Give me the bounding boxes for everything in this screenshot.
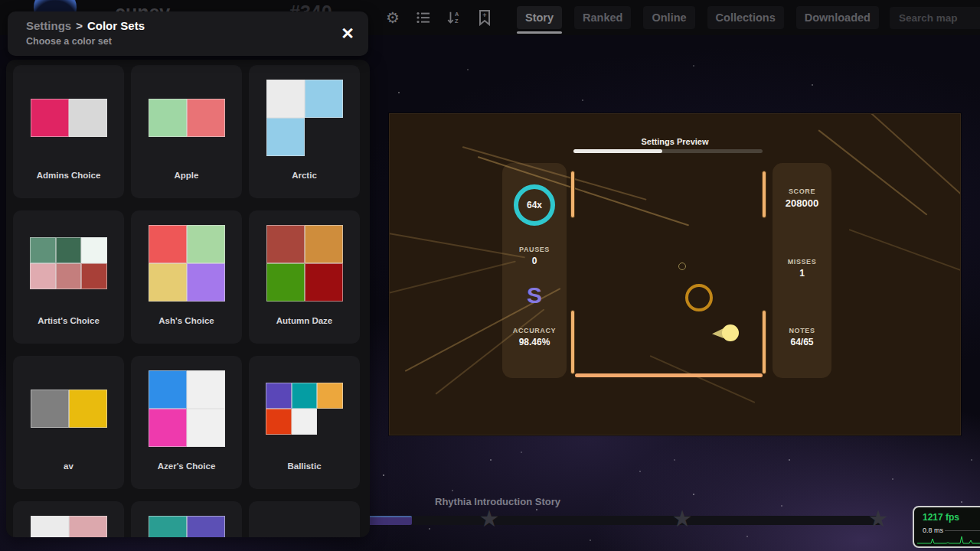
accuracy-value: 98.46%	[502, 337, 567, 347]
color-swatch	[305, 80, 343, 118]
note-ring	[685, 284, 713, 311]
swatch-empty	[305, 516, 343, 537]
sort-az-icon[interactable]: AZ	[446, 9, 462, 26]
speed-streak	[849, 229, 961, 282]
color-swatch	[187, 409, 225, 447]
preview-left-stats: 64x PAUSES 0 S ACCURACY 98.46%	[502, 163, 567, 378]
colorset-card[interactable]: Arctic	[249, 65, 360, 198]
fps-value: 1217 fps	[923, 512, 959, 523]
speed-streak	[389, 260, 516, 295]
colorset-card[interactable]: Artist's Choice	[13, 210, 124, 344]
dialog-subtitle: Choose a color set	[26, 36, 112, 47]
search-input[interactable]	[890, 7, 980, 29]
svg-text:Z: Z	[455, 18, 459, 24]
bookmark-icon[interactable]: +	[477, 9, 492, 26]
color-swatch	[69, 516, 107, 537]
settings-gear-icon[interactable]: ⚙	[385, 9, 400, 26]
colorset-card[interactable]	[13, 501, 124, 537]
tab-ranked[interactable]: Ranked	[574, 6, 631, 29]
health-bar-segment	[762, 310, 766, 374]
pauses-label: PAUSES	[502, 246, 567, 253]
color-swatch	[31, 390, 69, 428]
colorset-name: av	[13, 461, 124, 471]
color-swatch	[30, 263, 55, 289]
tab-downloaded[interactable]: Downloaded	[796, 6, 879, 29]
color-swatch	[149, 263, 187, 302]
map-list-icon[interactable]	[416, 9, 431, 26]
color-swatch	[187, 516, 225, 537]
preview-title: Settings Preview	[390, 137, 960, 146]
color-swatch	[187, 263, 225, 302]
misses-label: MISSES	[773, 258, 831, 266]
fps-graph	[917, 534, 980, 545]
colorset-card[interactable]: Apple	[131, 65, 242, 198]
preview-right-stats: SCORE 208000 MISSES 1 NOTES 64/65	[773, 163, 831, 378]
color-swatch	[31, 516, 69, 537]
dialog-header: Settings>Color Sets Choose a color set ✕	[8, 11, 368, 56]
color-swatch	[81, 237, 106, 263]
colorset-name: Ballistic	[249, 461, 360, 471]
color-swatch	[266, 263, 305, 302]
note-ring-small	[678, 262, 686, 270]
pauses-value: 0	[502, 256, 567, 266]
color-swatch	[187, 99, 225, 137]
color-swatch	[305, 225, 343, 263]
breadcrumb-current: Color Sets	[87, 19, 145, 32]
svg-text:+: +	[482, 11, 486, 19]
color-swatch	[266, 80, 305, 118]
colorset-name: Ash's Choice	[131, 316, 242, 325]
star-icon: ★	[865, 505, 891, 532]
color-swatch	[56, 263, 81, 289]
score-label: SCORE	[773, 187, 831, 195]
star-icon: ★	[669, 505, 695, 532]
notes-value: 64/65	[773, 337, 831, 347]
colorset-card[interactable]: Ash's Choice	[131, 210, 242, 344]
app-window: ⚙ AZ + StoryRankedOnlineCollectionsDownl…	[0, 0, 980, 551]
colorset-card[interactable]: Admins Choice	[13, 65, 124, 198]
svg-text:A: A	[455, 11, 459, 18]
tab-story[interactable]: Story	[517, 6, 562, 29]
color-swatch	[149, 516, 187, 537]
settings-preview-panel: Settings Preview 64x PAUSES 0 S ACCURACY…	[389, 113, 961, 435]
star-icon: ★	[476, 505, 502, 532]
color-swatch	[266, 409, 291, 435]
color-swatch	[187, 370, 225, 409]
color-swatch	[149, 225, 187, 263]
color-swatch	[266, 118, 305, 156]
misses-value: 1	[773, 268, 831, 279]
color-swatch	[69, 390, 107, 428]
colorset-name: Arctic	[249, 171, 360, 180]
breadcrumb-settings[interactable]: Settings	[26, 19, 71, 32]
colorset-name: Autumn Daze	[249, 316, 360, 325]
health-bar-segment	[570, 171, 575, 218]
health-bar-segment	[570, 310, 575, 374]
swatch-empty	[305, 118, 343, 156]
colorset-card[interactable]	[249, 501, 360, 537]
colorset-card[interactable]: Azer's Choice	[131, 356, 242, 489]
colorset-name: Apple	[131, 171, 242, 180]
combo-ring: 64x	[514, 184, 555, 226]
breadcrumb-separator: >	[76, 19, 83, 32]
swatch-empty	[317, 409, 342, 435]
color-swatch	[292, 409, 317, 435]
color-swatch	[187, 225, 225, 263]
color-swatch	[305, 263, 343, 302]
color-swatch	[317, 383, 342, 409]
timeline-bar	[575, 373, 763, 377]
color-swatch	[30, 237, 55, 263]
colorset-card[interactable]: av	[13, 356, 124, 489]
tab-collections[interactable]: Collections	[707, 6, 784, 29]
colorset-grid: Admins ChoiceAppleArcticArtist's ChoiceA…	[6, 60, 370, 537]
colorset-card[interactable]: Autumn Daze	[249, 210, 360, 344]
close-icon[interactable]: ✕	[336, 22, 359, 45]
tab-online[interactable]: Online	[643, 6, 694, 29]
colorset-card[interactable]: Ballistic	[249, 356, 360, 489]
color-swatch	[149, 370, 187, 409]
color-swatch	[69, 99, 107, 137]
colorset-card[interactable]	[131, 501, 242, 537]
preview-progress-track	[573, 149, 763, 153]
topbar-tabs: StoryRankedOnlineCollectionsDownloaded	[517, 6, 879, 29]
score-value: 208000	[773, 197, 831, 209]
color-swatch	[149, 99, 187, 137]
speed-streak	[864, 113, 961, 230]
